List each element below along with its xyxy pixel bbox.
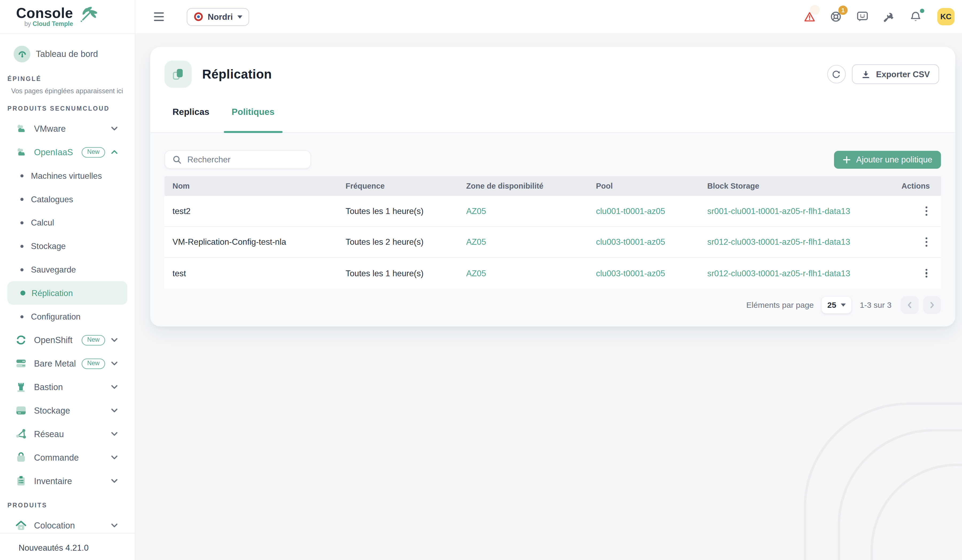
sidebar-item-label: Réseau [34, 429, 64, 439]
block-storage-link[interactable]: sr001-clu001-t0001-az05-r-flh1-data13 [699, 207, 893, 216]
rook-tower-icon [15, 381, 27, 393]
policy-name: VM-Replication-Config-test-nla [164, 237, 337, 247]
dragonfly-icon [76, 6, 99, 28]
chevron-down-icon [111, 125, 118, 132]
sync-circle-icon [15, 334, 27, 346]
block-storage-link[interactable]: sr012-clu003-t0001-az05-r-flh1-data13 [699, 268, 893, 278]
topbar-actions: 1 [804, 8, 955, 25]
sidebar-item-label: Commande [34, 453, 79, 463]
chevron-up-icon [111, 148, 118, 156]
brand-logo[interactable]: Console by Cloud Temple [0, 0, 135, 34]
shopping-bag-icon [15, 451, 27, 463]
sidebar-subitem-sauvegarde[interactable]: Sauvegarde [0, 258, 135, 281]
feedback-chat-icon[interactable] [856, 10, 868, 23]
bullet-icon [20, 290, 25, 295]
notifications-dot [920, 8, 924, 13]
bullet-icon [20, 174, 24, 177]
row-actions-kebab-icon[interactable] [923, 235, 930, 249]
block-storage-link[interactable]: sr012-clu003-t0001-az05-r-flh1-data13 [699, 237, 893, 247]
table-toolbar: Ajouter une politique [164, 150, 941, 169]
search-field[interactable] [164, 150, 311, 169]
column-header-nom: Nom [164, 182, 337, 190]
pagination: Eléments par page 25 1-3 sur 3 [164, 296, 941, 314]
sidebar-subitem-replication[interactable]: Réplication [8, 281, 128, 305]
support-lifebuoy-icon[interactable]: 1 [830, 10, 842, 23]
bullet-icon [20, 268, 24, 271]
sidebar-item-label: Colocation [34, 520, 75, 530]
replication-copy-icon [164, 61, 192, 88]
policy-name: test2 [164, 207, 337, 216]
policies-table: Nom Fréquence Zone de disponibilité Pool… [164, 176, 941, 289]
notifications-bell-icon[interactable] [909, 10, 922, 23]
user-avatar[interactable]: KC [937, 8, 954, 25]
sidebar-subitem-stockage[interactable]: Stockage [0, 234, 135, 258]
sidebar-subitem-calcul[interactable]: Calcul [0, 211, 135, 234]
sidebar-item-label: OpenShift [34, 335, 73, 345]
table-row: test Toutes les 1 heure(s) AZ05 clu003-t… [164, 258, 941, 289]
pinned-empty-note: Vos pages épinglées apparaissent ici [0, 87, 135, 96]
sidebar-item-openiaas[interactable]: OpenIaaS New [0, 140, 135, 164]
search-input[interactable] [187, 155, 303, 164]
chevron-down-icon [237, 15, 242, 18]
sidebar-item-openshift[interactable]: OpenShift New [0, 328, 135, 352]
zone-link[interactable]: AZ05 [458, 237, 588, 247]
tools-icon[interactable] [883, 10, 895, 23]
zone-link[interactable]: AZ05 [458, 207, 588, 216]
sidebar-subitem-configuration[interactable]: Configuration [0, 305, 135, 328]
chevron-down-icon [111, 430, 118, 437]
row-actions-kebab-icon[interactable] [923, 266, 930, 280]
bullet-icon [20, 244, 24, 248]
bullet-icon [20, 221, 24, 224]
zone-link[interactable]: AZ05 [458, 268, 588, 278]
new-badge: New [82, 335, 105, 345]
sidebar-nav: Tableau de bord ÉPINGLÉ Vos pages épingl… [0, 34, 135, 533]
sidebar-item-stockage[interactable]: Stockage [0, 399, 135, 422]
main-area: Nordri [136, 0, 962, 560]
sidebar-subitem-catalogues[interactable]: Catalogues [0, 187, 135, 211]
tenant-selector[interactable]: Nordri [187, 8, 249, 26]
alerts-warning-icon[interactable] [804, 11, 815, 23]
bullet-icon [20, 197, 24, 201]
sidebar-item-bastion[interactable]: Bastion [0, 375, 135, 399]
sidebar-item-vmware[interactable]: VMware [0, 117, 135, 140]
support-count-badge: 1 [838, 6, 847, 15]
next-page-button[interactable] [923, 296, 941, 314]
network-nodes-icon [15, 428, 27, 440]
pinned-section-header: ÉPINGLÉ [0, 75, 135, 82]
sidebar-item-commande[interactable]: Commande [0, 445, 135, 469]
sidebar-item-inventaire[interactable]: Inventaire [0, 469, 135, 493]
alerts-badge [810, 5, 820, 15]
tab-politiques[interactable]: Politiques [224, 106, 282, 132]
products-section-header: PRODUITS [0, 502, 135, 509]
chevron-down-icon [111, 336, 118, 344]
sidebar-item-bare-metal[interactable]: Bare Metal New [0, 352, 135, 375]
chevron-down-icon [111, 383, 118, 391]
sidebar-item-reseau[interactable]: Réseau [0, 422, 135, 445]
previous-page-button[interactable] [901, 296, 919, 314]
page-size-select[interactable]: 25 [822, 297, 851, 313]
table-row: VM-Replication-Config-test-nla Toutes le… [164, 227, 941, 258]
items-per-page-label: Eléments par page [746, 300, 814, 310]
chevron-down-icon [111, 522, 118, 529]
menu-icon[interactable] [154, 13, 164, 21]
pool-link[interactable]: clu003-t0001-az05 [588, 268, 699, 278]
add-policy-button[interactable]: Ajouter une politique [834, 150, 941, 168]
row-actions-kebab-icon[interactable] [923, 204, 930, 218]
sidebar-item-colocation[interactable]: Colocation [0, 514, 135, 533]
sidebar-item-label: VMware [34, 124, 66, 134]
sidebar-item-label: Bastion [34, 382, 63, 392]
tab-replicas[interactable]: Replicas [164, 106, 217, 132]
pool-link[interactable]: clu001-t0001-az05 [588, 207, 699, 216]
sidebar-subitem-machines-virtuelles[interactable]: Machines virtuelles [0, 164, 135, 187]
release-notes-link[interactable]: Nouveautés 4.21.0 [18, 544, 89, 553]
cocarde-icon [194, 12, 203, 22]
export-csv-button[interactable]: Exporter CSV [852, 65, 939, 84]
dashboard-gauge-icon [14, 45, 30, 62]
refresh-button[interactable] [827, 65, 846, 83]
cloud-icon [15, 146, 27, 158]
card-body: Ajouter une politique Nom Fréquence Zone… [150, 133, 955, 326]
clipboard-list-icon [15, 475, 27, 487]
sidebar-item-dashboard[interactable]: Tableau de bord [0, 41, 135, 66]
chevron-down-icon [111, 360, 118, 367]
pool-link[interactable]: clu003-t0001-az05 [588, 237, 699, 247]
